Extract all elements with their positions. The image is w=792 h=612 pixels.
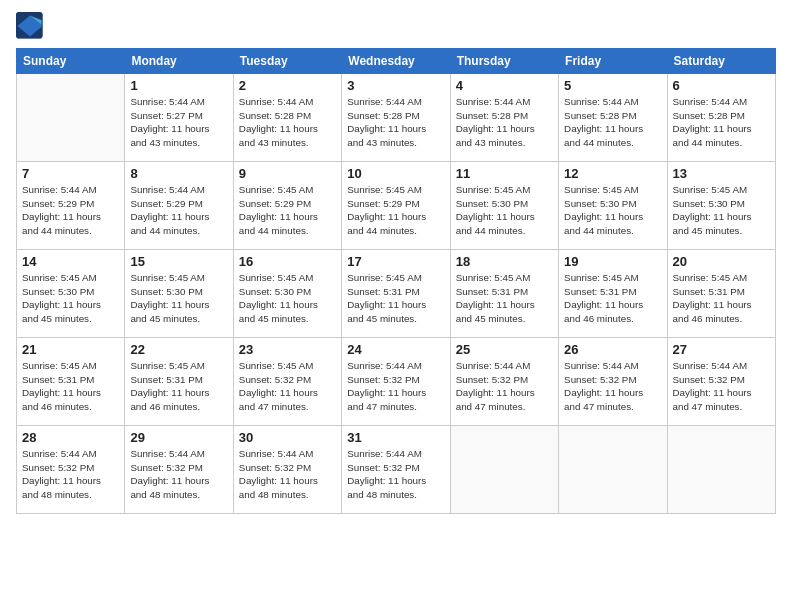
day-info: Sunrise: 5:44 AM Sunset: 5:32 PM Dayligh…: [22, 447, 119, 502]
day-info: Sunrise: 5:44 AM Sunset: 5:29 PM Dayligh…: [130, 183, 227, 238]
day-number: 24: [347, 342, 444, 357]
day-info: Sunrise: 5:44 AM Sunset: 5:28 PM Dayligh…: [564, 95, 661, 150]
sunrise: Sunrise: 5:45 AM: [347, 272, 422, 283]
daylight: Daylight: 11 hours and 48 minutes.: [239, 475, 318, 500]
calendar-cell: 21 Sunrise: 5:45 AM Sunset: 5:31 PM Dayl…: [17, 338, 125, 426]
week-row-1: 1 Sunrise: 5:44 AM Sunset: 5:27 PM Dayli…: [17, 74, 776, 162]
sunrise: Sunrise: 5:45 AM: [239, 360, 314, 371]
calendar-cell: 26 Sunrise: 5:44 AM Sunset: 5:32 PM Dayl…: [559, 338, 667, 426]
sunset: Sunset: 5:32 PM: [564, 374, 636, 385]
day-number: 23: [239, 342, 336, 357]
day-number: 10: [347, 166, 444, 181]
daylight: Daylight: 11 hours and 43 minutes.: [239, 123, 318, 148]
sunset: Sunset: 5:29 PM: [239, 198, 311, 209]
sunset: Sunset: 5:30 PM: [564, 198, 636, 209]
calendar-cell: 13 Sunrise: 5:45 AM Sunset: 5:30 PM Dayl…: [667, 162, 775, 250]
calendar-cell: 22 Sunrise: 5:45 AM Sunset: 5:31 PM Dayl…: [125, 338, 233, 426]
sunrise: Sunrise: 5:45 AM: [564, 272, 639, 283]
day-info: Sunrise: 5:44 AM Sunset: 5:27 PM Dayligh…: [130, 95, 227, 150]
sunrise: Sunrise: 5:45 AM: [239, 184, 314, 195]
calendar-cell: 19 Sunrise: 5:45 AM Sunset: 5:31 PM Dayl…: [559, 250, 667, 338]
day-number: 31: [347, 430, 444, 445]
day-info: Sunrise: 5:45 AM Sunset: 5:30 PM Dayligh…: [239, 271, 336, 326]
day-number: 1: [130, 78, 227, 93]
day-number: 6: [673, 78, 770, 93]
calendar-cell: 1 Sunrise: 5:44 AM Sunset: 5:27 PM Dayli…: [125, 74, 233, 162]
week-row-5: 28 Sunrise: 5:44 AM Sunset: 5:32 PM Dayl…: [17, 426, 776, 514]
daylight: Daylight: 11 hours and 44 minutes.: [564, 211, 643, 236]
daylight: Daylight: 11 hours and 48 minutes.: [347, 475, 426, 500]
sunset: Sunset: 5:29 PM: [347, 198, 419, 209]
calendar-cell: 11 Sunrise: 5:45 AM Sunset: 5:30 PM Dayl…: [450, 162, 558, 250]
sunrise: Sunrise: 5:45 AM: [239, 272, 314, 283]
day-info: Sunrise: 5:45 AM Sunset: 5:31 PM Dayligh…: [564, 271, 661, 326]
sunrise: Sunrise: 5:45 AM: [130, 272, 205, 283]
daylight: Daylight: 11 hours and 47 minutes.: [673, 387, 752, 412]
day-info: Sunrise: 5:45 AM Sunset: 5:31 PM Dayligh…: [347, 271, 444, 326]
daylight: Daylight: 11 hours and 43 minutes.: [347, 123, 426, 148]
calendar-cell: 8 Sunrise: 5:44 AM Sunset: 5:29 PM Dayli…: [125, 162, 233, 250]
sunset: Sunset: 5:32 PM: [239, 374, 311, 385]
week-row-2: 7 Sunrise: 5:44 AM Sunset: 5:29 PM Dayli…: [17, 162, 776, 250]
sunset: Sunset: 5:31 PM: [347, 286, 419, 297]
day-number: 21: [22, 342, 119, 357]
day-number: 11: [456, 166, 553, 181]
sunrise: Sunrise: 5:44 AM: [239, 96, 314, 107]
day-info: Sunrise: 5:45 AM Sunset: 5:30 PM Dayligh…: [130, 271, 227, 326]
sunrise: Sunrise: 5:44 AM: [347, 96, 422, 107]
daylight: Daylight: 11 hours and 43 minutes.: [456, 123, 535, 148]
sunrise: Sunrise: 5:45 AM: [673, 272, 748, 283]
sunset: Sunset: 5:29 PM: [22, 198, 94, 209]
day-number: 16: [239, 254, 336, 269]
sunset: Sunset: 5:32 PM: [239, 462, 311, 473]
daylight: Daylight: 11 hours and 46 minutes.: [22, 387, 101, 412]
daylight: Daylight: 11 hours and 44 minutes.: [347, 211, 426, 236]
sunset: Sunset: 5:30 PM: [456, 198, 528, 209]
calendar-cell: 27 Sunrise: 5:44 AM Sunset: 5:32 PM Dayl…: [667, 338, 775, 426]
day-number: 12: [564, 166, 661, 181]
sunset: Sunset: 5:32 PM: [456, 374, 528, 385]
sunset: Sunset: 5:32 PM: [130, 462, 202, 473]
sunrise: Sunrise: 5:44 AM: [564, 360, 639, 371]
sunrise: Sunrise: 5:45 AM: [130, 360, 205, 371]
day-number: 19: [564, 254, 661, 269]
weekday-header-tuesday: Tuesday: [233, 49, 341, 74]
sunset: Sunset: 5:28 PM: [456, 110, 528, 121]
calendar-cell: 25 Sunrise: 5:44 AM Sunset: 5:32 PM Dayl…: [450, 338, 558, 426]
weekday-header-sunday: Sunday: [17, 49, 125, 74]
calendar-cell: 31 Sunrise: 5:44 AM Sunset: 5:32 PM Dayl…: [342, 426, 450, 514]
sunset: Sunset: 5:28 PM: [673, 110, 745, 121]
day-number: 18: [456, 254, 553, 269]
day-number: 15: [130, 254, 227, 269]
day-info: Sunrise: 5:44 AM Sunset: 5:29 PM Dayligh…: [22, 183, 119, 238]
daylight: Daylight: 11 hours and 45 minutes.: [130, 299, 209, 324]
calendar-cell: [559, 426, 667, 514]
daylight: Daylight: 11 hours and 45 minutes.: [239, 299, 318, 324]
day-number: 27: [673, 342, 770, 357]
calendar-cell: 17 Sunrise: 5:45 AM Sunset: 5:31 PM Dayl…: [342, 250, 450, 338]
day-number: 7: [22, 166, 119, 181]
sunset: Sunset: 5:31 PM: [673, 286, 745, 297]
calendar-cell: 16 Sunrise: 5:45 AM Sunset: 5:30 PM Dayl…: [233, 250, 341, 338]
sunset: Sunset: 5:32 PM: [673, 374, 745, 385]
sunset: Sunset: 5:30 PM: [673, 198, 745, 209]
calendar-cell: 15 Sunrise: 5:45 AM Sunset: 5:30 PM Dayl…: [125, 250, 233, 338]
sunrise: Sunrise: 5:44 AM: [673, 360, 748, 371]
sunset: Sunset: 5:32 PM: [347, 374, 419, 385]
calendar-cell: 5 Sunrise: 5:44 AM Sunset: 5:28 PM Dayli…: [559, 74, 667, 162]
daylight: Daylight: 11 hours and 45 minutes.: [456, 299, 535, 324]
day-number: 30: [239, 430, 336, 445]
sunset: Sunset: 5:28 PM: [347, 110, 419, 121]
header: [16, 12, 776, 40]
sunset: Sunset: 5:30 PM: [130, 286, 202, 297]
sunrise: Sunrise: 5:45 AM: [22, 272, 97, 283]
sunrise: Sunrise: 5:44 AM: [347, 360, 422, 371]
day-info: Sunrise: 5:44 AM Sunset: 5:28 PM Dayligh…: [239, 95, 336, 150]
sunset: Sunset: 5:28 PM: [564, 110, 636, 121]
day-number: 13: [673, 166, 770, 181]
day-number: 9: [239, 166, 336, 181]
day-info: Sunrise: 5:44 AM Sunset: 5:28 PM Dayligh…: [347, 95, 444, 150]
day-info: Sunrise: 5:44 AM Sunset: 5:32 PM Dayligh…: [239, 447, 336, 502]
day-number: 28: [22, 430, 119, 445]
daylight: Daylight: 11 hours and 47 minutes.: [456, 387, 535, 412]
